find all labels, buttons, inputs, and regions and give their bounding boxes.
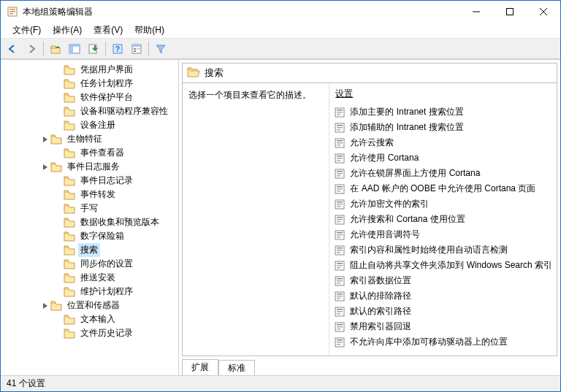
show-hide-tree-button[interactable] xyxy=(66,41,83,57)
tree-expander-icon[interactable] xyxy=(40,164,50,170)
setting-item[interactable]: 默认的排除路径 xyxy=(329,288,557,304)
menu-view[interactable]: 查看(V) xyxy=(88,23,129,38)
setting-item[interactable]: 禁用索引器回退 xyxy=(329,319,557,334)
policy-icon xyxy=(334,122,346,134)
svg-rect-54 xyxy=(337,232,343,234)
tree-item[interactable]: 设备和驱动程序兼容性 xyxy=(1,104,179,118)
tree-item[interactable]: 事件查看器 xyxy=(1,146,179,160)
tree-item-label: 生物特征 xyxy=(65,132,104,146)
export-button[interactable] xyxy=(85,41,102,57)
setting-item[interactable]: 允许使用 Cortana xyxy=(329,150,557,166)
setting-item-label: 索引器数据位置 xyxy=(350,274,411,287)
tree-expander-icon[interactable] xyxy=(40,303,50,309)
setting-item[interactable]: 允许加密文件的索引 xyxy=(329,196,557,212)
status-text: 41 个设置 xyxy=(7,377,45,390)
tree-item[interactable]: 数据收集和预览版本 xyxy=(1,215,179,229)
maximize-button[interactable] xyxy=(493,1,527,23)
tree-item[interactable]: 手写 xyxy=(1,201,179,215)
setting-item[interactable]: 阻止自动将共享文件夹添加到 Windows Search 索引 xyxy=(329,258,557,273)
svg-rect-48 xyxy=(337,206,340,207)
svg-rect-64 xyxy=(337,267,340,269)
tab-standard[interactable]: 标准 xyxy=(218,360,255,375)
tree-item[interactable]: 同步你的设置 xyxy=(1,257,179,271)
tree-item-label: 设备和驱动程序兼容性 xyxy=(78,104,170,118)
setting-item[interactable]: 索引器数据位置 xyxy=(329,273,557,288)
close-button[interactable] xyxy=(527,1,560,23)
tree-item-label: 维护计划程序 xyxy=(78,285,135,299)
menu-action[interactable]: 操作(A) xyxy=(47,23,88,38)
forward-button[interactable] xyxy=(23,41,40,57)
menubar: 文件(F) 操作(A) 查看(V) 帮助(H) xyxy=(1,23,560,39)
svg-rect-66 xyxy=(337,278,343,280)
open-folder-icon xyxy=(187,66,200,80)
tree-pane[interactable]: 凭据用户界面任务计划程序软件保护平台设备和驱动程序兼容性设备注册生物特征事件查看… xyxy=(1,60,179,375)
svg-rect-12 xyxy=(69,47,73,53)
tree-item[interactable]: 数字保险箱 xyxy=(1,229,179,243)
setting-item[interactable]: 默认的索引路径 xyxy=(329,304,557,319)
folder-icon xyxy=(64,92,75,104)
tree-item[interactable]: 位置和传感器 xyxy=(1,299,179,312)
tree-item[interactable]: 事件日志记录 xyxy=(1,174,179,188)
svg-rect-11 xyxy=(69,45,80,47)
setting-item[interactable]: 允许使用音调符号 xyxy=(329,227,557,242)
tree-item[interactable]: 凭据用户界面 xyxy=(1,63,179,77)
folder-icon xyxy=(64,189,75,201)
folder-icon xyxy=(64,203,75,215)
tree-item[interactable]: 事件日志服务 xyxy=(1,160,179,174)
setting-item[interactable]: 允许云搜索 xyxy=(329,135,557,150)
help-button[interactable]: ? xyxy=(109,41,126,57)
description-column: 选择一个项目来查看它的描述。 xyxy=(183,83,329,356)
folder-icon xyxy=(64,258,75,270)
properties-button[interactable] xyxy=(128,41,145,57)
tree-item[interactable]: 设备注册 xyxy=(1,118,179,132)
window-title: 本地组策略编辑器 xyxy=(23,6,459,18)
svg-rect-44 xyxy=(337,191,340,192)
svg-rect-68 xyxy=(337,283,340,284)
tree-item[interactable]: 软件保护平台 xyxy=(1,91,179,104)
policy-icon xyxy=(334,337,346,348)
setting-item-label: 不允许向库中添加可移动驱动器上的位置 xyxy=(350,336,508,348)
tree-item[interactable]: 推送安装 xyxy=(1,271,179,285)
menu-file[interactable]: 文件(F) xyxy=(7,23,47,38)
svg-rect-47 xyxy=(337,204,343,205)
up-button[interactable] xyxy=(47,41,64,57)
svg-rect-83 xyxy=(337,342,343,343)
setting-item[interactable]: 允许在锁屏界面上方使用 Cortana xyxy=(329,166,557,181)
filter-button[interactable] xyxy=(152,41,169,57)
tree-expander-icon[interactable] xyxy=(40,137,50,142)
svg-rect-56 xyxy=(337,237,340,238)
svg-rect-59 xyxy=(337,250,343,251)
tabs-row: 扩展 标准 xyxy=(179,358,560,375)
tree-item[interactable]: 文本输入 xyxy=(1,312,179,326)
svg-rect-5 xyxy=(507,9,514,15)
svg-rect-55 xyxy=(337,234,343,236)
tree-item[interactable]: 事件转发 xyxy=(1,188,179,201)
setting-item[interactable]: 索引内容和属性时始终使用自动语言检测 xyxy=(329,242,557,258)
policy-icon xyxy=(334,183,346,195)
svg-rect-38 xyxy=(337,171,343,172)
tree-item[interactable]: 维护计划程序 xyxy=(1,285,179,299)
settings-column[interactable]: 设置 添加主要的 Intranet 搜索位置添加辅助的 Intranet 搜索位… xyxy=(329,83,557,356)
back-button[interactable] xyxy=(4,41,21,57)
menu-help[interactable]: 帮助(H) xyxy=(129,23,170,38)
tree-item[interactable]: 文件历史记录 xyxy=(1,326,179,340)
minimize-button[interactable] xyxy=(459,1,493,23)
setting-item-label: 允许在锁屏界面上方使用 Cortana xyxy=(350,167,480,180)
setting-item[interactable]: 允许搜索和 Cortana 使用位置 xyxy=(329,212,557,227)
setting-item[interactable]: 不允许向库中添加可移动驱动器上的位置 xyxy=(329,334,557,350)
setting-item[interactable]: 在 AAD 帐户的 OOBE 中允许使用 Cortana 页面 xyxy=(329,181,557,196)
setting-item[interactable]: 添加主要的 Intranet 搜索位置 xyxy=(329,104,557,120)
svg-rect-50 xyxy=(337,217,343,218)
svg-rect-24 xyxy=(337,114,340,115)
svg-rect-62 xyxy=(337,263,343,264)
setting-item[interactable]: 添加辅助的 Intranet 搜索位置 xyxy=(329,120,557,135)
tab-extended[interactable]: 扩展 xyxy=(182,359,218,375)
svg-rect-2 xyxy=(9,11,15,12)
svg-rect-70 xyxy=(337,293,343,295)
tree-item[interactable]: 搜索 xyxy=(1,243,179,257)
setting-item-label: 添加主要的 Intranet 搜索位置 xyxy=(350,106,463,118)
tree-item[interactable]: 生物特征 xyxy=(1,132,179,146)
settings-column-header[interactable]: 设置 xyxy=(329,83,557,104)
tree-item[interactable]: 任务计划程序 xyxy=(1,77,179,91)
tree-item-label: 推送安装 xyxy=(78,271,118,285)
